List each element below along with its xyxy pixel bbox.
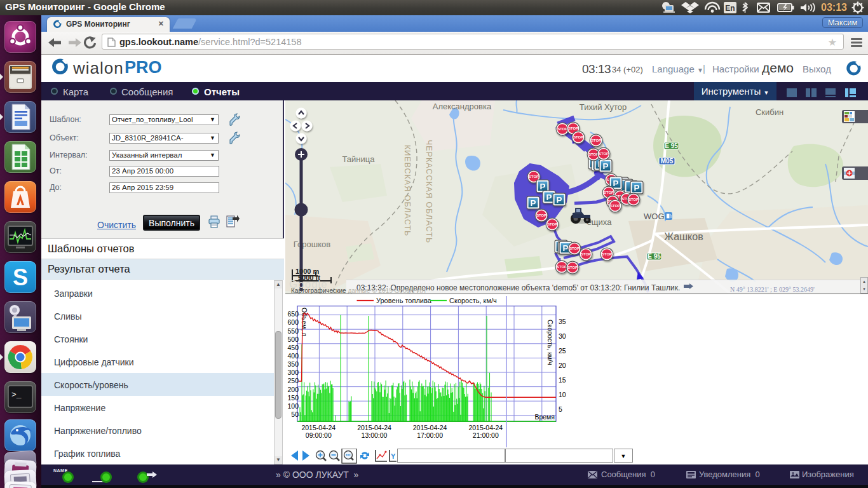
svg-text:150: 150	[287, 394, 299, 402]
svg-text:03:13: 03:13	[821, 2, 847, 13]
svg-text:50: 50	[291, 410, 299, 418]
svg-text:20: 20	[559, 362, 566, 369]
svg-text:35: 35	[559, 318, 566, 325]
svg-text:Объем, л: Объем, л	[301, 308, 308, 336]
svg-text:100: 100	[287, 402, 299, 410]
svg-text:350: 350	[287, 360, 299, 368]
svg-text:2015-04-24: 2015-04-24	[413, 424, 447, 431]
svg-text:Скорость, км/ч: Скорость, км/ч	[546, 320, 554, 365]
svg-text:2015-04-24: 2015-04-24	[357, 424, 391, 431]
svg-text:21:00:00: 21:00:00	[473, 431, 499, 439]
svg-text:Уровень топлива: Уровень топлива	[376, 297, 432, 304]
svg-text:500: 500	[287, 336, 299, 343]
svg-text:2015-04-24: 2015-04-24	[468, 424, 503, 431]
svg-text:17:00:00: 17:00:00	[417, 431, 443, 439]
svg-text:En: En	[725, 4, 735, 13]
svg-text:30: 30	[559, 332, 566, 340]
svg-text:300: 300	[287, 369, 299, 376]
svg-text:13:00:00: 13:00:00	[362, 431, 388, 439]
svg-text:2015-04-24: 2015-04-24	[301, 424, 336, 431]
svg-text:S: S	[13, 264, 28, 290]
svg-text:600: 600	[287, 318, 299, 326]
svg-text:09:00:00: 09:00:00	[306, 431, 332, 439]
svg-text:650: 650	[287, 310, 299, 318]
svg-text:5: 5	[559, 405, 562, 413]
svg-text:10: 10	[559, 391, 566, 398]
svg-text:Время: Время	[534, 413, 555, 421]
svg-text:Y: Y	[391, 452, 396, 460]
svg-text:25: 25	[559, 347, 566, 355]
svg-text:550: 550	[287, 327, 299, 335]
svg-text:250: 250	[287, 377, 299, 384]
svg-text:15: 15	[559, 376, 566, 384]
svg-text:200: 200	[287, 386, 299, 393]
svg-text:>_: >_	[11, 390, 22, 400]
svg-text:Скорость, км/ч: Скорость, км/ч	[449, 297, 497, 304]
svg-text:450: 450	[287, 344, 299, 351]
svg-text:400: 400	[287, 352, 299, 360]
